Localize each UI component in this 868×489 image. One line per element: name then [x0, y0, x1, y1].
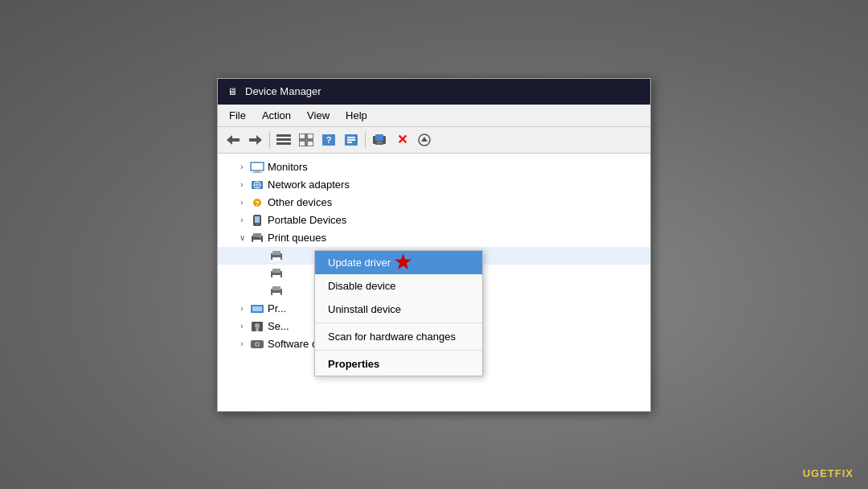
toolbar-sep-2 [365, 132, 366, 148]
svg-rect-43 [272, 269, 280, 273]
svg-rect-18 [375, 134, 383, 141]
svg-text:?: ? [326, 135, 332, 145]
svg-rect-52 [256, 328, 259, 331]
menu-help[interactable]: Help [338, 106, 375, 125]
svg-text:?: ? [255, 199, 260, 208]
svg-rect-25 [252, 172, 262, 173]
svg-rect-7 [299, 134, 305, 139]
other-devices-label: Other devices [268, 196, 332, 208]
chevron-print: ∨ [237, 233, 247, 242]
pr-icon [250, 302, 264, 315]
network-label: Network adapters [268, 179, 350, 191]
printer-sub-icon-3 [269, 285, 284, 298]
ctx-sep-1 [315, 323, 482, 323]
svg-rect-41 [272, 257, 280, 261]
forward-button[interactable] [245, 130, 266, 150]
svg-marker-0 [227, 135, 232, 145]
monitors-icon [250, 161, 264, 174]
svg-point-51 [255, 323, 260, 328]
ctx-properties[interactable]: Properties [315, 352, 482, 376]
list-view-button[interactable] [273, 130, 294, 150]
svg-rect-10 [307, 141, 313, 146]
properties-button[interactable] [341, 130, 362, 150]
svg-rect-44 [272, 275, 280, 278]
svg-rect-14 [347, 137, 355, 138]
svg-rect-23 [251, 162, 264, 171]
svg-rect-20 [375, 143, 383, 145]
window-title: Device Manager [245, 85, 321, 97]
svg-rect-24 [255, 171, 260, 172]
toolbar: ? ✕ [218, 127, 650, 154]
other-devices-icon: ? [250, 196, 264, 209]
watermark: UGETFIX [803, 467, 854, 479]
svg-rect-46 [272, 286, 280, 290]
menu-file[interactable]: File [221, 106, 254, 125]
chevron-monitors: › [237, 162, 247, 171]
svg-rect-47 [272, 293, 280, 296]
tree-network[interactable]: › Network adapters [218, 176, 650, 194]
download-button[interactable] [414, 130, 435, 150]
svg-rect-16 [347, 142, 352, 143]
svg-point-55 [256, 343, 259, 345]
tree-other-devices[interactable]: › ? Other devices [218, 194, 650, 212]
ctx-scan-hardware[interactable]: Scan for hardware changes [315, 325, 482, 348]
svg-rect-33 [255, 216, 260, 223]
svg-rect-15 [347, 139, 355, 141]
portable-label: Portable Devices [268, 214, 346, 226]
svg-marker-2 [256, 135, 262, 145]
help-button[interactable]: ? [318, 130, 339, 150]
svg-rect-3 [249, 138, 257, 142]
network-icon [250, 179, 264, 191]
se-label: Se... [268, 320, 289, 332]
menu-view[interactable]: View [299, 106, 338, 125]
tree-portable[interactable]: › Portable Devices [218, 212, 650, 229]
print-queues-label: Print queues [268, 232, 326, 244]
ctx-sep-2 [315, 350, 482, 351]
content-area: › Monitors › Network adapters › ? Other … [218, 154, 650, 411]
device-manager-window: 🖥 Device Manager File Action View Help ? [217, 78, 651, 412]
svg-rect-40 [272, 251, 280, 255]
chevron-network: › [237, 180, 247, 189]
svg-rect-1 [231, 138, 240, 142]
monitors-label: Monitors [268, 161, 308, 173]
ctx-update-driver[interactable]: Update driver [315, 251, 482, 274]
title-bar: 🖥 Device Manager [218, 79, 650, 105]
svg-point-34 [256, 224, 258, 225]
tree-print-queues[interactable]: ∨ Print queues [218, 229, 650, 247]
svg-rect-9 [299, 141, 305, 146]
back-button[interactable] [223, 130, 244, 150]
svg-rect-6 [276, 142, 291, 145]
chevron-portable: › [237, 216, 247, 224]
svg-rect-37 [253, 240, 261, 243]
title-bar-icon: 🖥 [226, 85, 239, 98]
svg-marker-22 [421, 137, 428, 142]
menu-action[interactable]: Action [254, 106, 299, 125]
svg-rect-19 [377, 142, 382, 143]
ctx-disable-device[interactable]: Disable device [315, 274, 482, 298]
se-icon [250, 320, 264, 333]
context-menu: Update driver Disable device Uninstall d… [314, 250, 483, 376]
svg-rect-8 [307, 134, 313, 139]
menu-bar: File Action View Help [218, 105, 650, 127]
printer-sub-icon-1 [269, 249, 284, 262]
chevron-other: › [237, 198, 247, 207]
pr-label: Pr... [268, 302, 286, 314]
ctx-uninstall-device[interactable]: Uninstall device [315, 298, 482, 321]
software-icon [250, 338, 264, 351]
portable-icon [250, 214, 264, 227]
svg-point-38 [260, 236, 261, 238]
svg-rect-4 [276, 134, 291, 137]
svg-rect-49 [252, 306, 262, 311]
svg-rect-5 [276, 138, 291, 141]
update-driver-button[interactable] [369, 130, 390, 150]
toolbar-sep-1 [269, 132, 270, 148]
disable-button[interactable]: ✕ [391, 130, 412, 150]
detail-view-button[interactable] [296, 130, 317, 150]
print-queues-icon [250, 232, 264, 244]
printer-sub-icon-2 [269, 267, 284, 280]
tree-monitors[interactable]: › Monitors [218, 158, 650, 176]
